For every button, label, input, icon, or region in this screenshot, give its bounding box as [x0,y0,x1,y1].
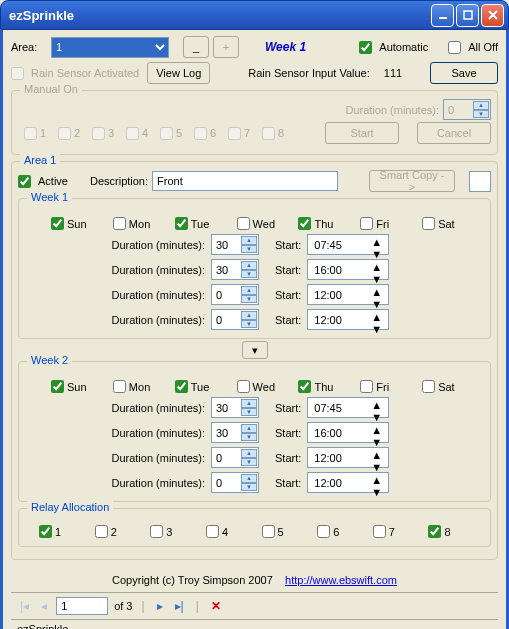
relay-checkbox-1[interactable] [39,525,52,538]
spin-up-icon[interactable]: ▲ [371,261,387,273]
rainsensor-checkbox[interactable] [11,67,24,80]
week2-start-time-1[interactable]: ▲▼ [307,422,389,443]
week2-duration-spin-2[interactable]: ▲▼ [211,447,259,468]
start-input[interactable] [312,288,362,302]
relay-checkbox-2[interactable] [95,525,108,538]
relay-checkbox-3[interactable] [150,525,163,538]
spin-up-icon[interactable]: ▲ [241,311,257,320]
spin-up-icon[interactable]: ▲ [241,424,257,433]
duration-input[interactable] [214,263,240,277]
spin-down-icon[interactable]: ▼ [371,323,387,335]
duration-input[interactable] [214,426,240,440]
week2-day-tue-checkbox[interactable] [175,380,188,393]
week1-start-time-1[interactable]: ▲▼ [307,259,389,280]
spin-up-icon[interactable]: ▲ [241,474,257,483]
spin-up-icon[interactable]: ▲ [241,236,257,245]
maximize-button[interactable] [456,4,479,27]
relay-checkbox-4[interactable] [206,525,219,538]
start-input[interactable] [312,263,362,277]
spin-down-icon[interactable]: ▼ [241,408,257,417]
smartcopy-target-box[interactable] [469,171,491,192]
nav-last-button[interactable]: ▸| [172,599,187,613]
week1-day-mon-checkbox[interactable] [113,217,126,230]
spin-down-icon[interactable]: ▼ [241,483,257,492]
spin-up-icon[interactable]: ▲ [371,474,387,486]
week2-start-time-3[interactable]: ▲▼ [307,472,389,493]
relay-checkbox-8[interactable] [428,525,441,538]
alloff-checkbox[interactable] [448,41,461,54]
week2-day-mon-checkbox[interactable] [113,380,126,393]
start-input[interactable] [312,426,362,440]
week2-day-sat-checkbox[interactable] [422,380,435,393]
week1-day-thu-checkbox[interactable] [298,217,311,230]
duration-input[interactable] [214,288,240,302]
minus-button[interactable]: _ [183,36,209,58]
area-select[interactable]: 1 [51,37,169,58]
nav-position-input[interactable] [56,597,108,615]
duration-input[interactable] [214,313,240,327]
spin-up-icon[interactable]: ▲ [241,286,257,295]
nav-first-button[interactable]: |◂ [17,599,32,613]
spin-up-icon[interactable]: ▲ [371,424,387,436]
automatic-checkbox[interactable] [359,41,372,54]
week2-duration-spin-3[interactable]: ▲▼ [211,472,259,493]
nav-delete-button[interactable]: ✕ [208,599,224,613]
start-input[interactable] [312,451,362,465]
week1-day-tue-checkbox[interactable] [175,217,188,230]
description-input[interactable] [152,171,338,191]
week2-start-time-2[interactable]: ▲▼ [307,447,389,468]
spin-up-icon[interactable]: ▲ [371,311,387,323]
week2-day-thu-checkbox[interactable] [298,380,311,393]
week2-duration-spin-0[interactable]: ▲▼ [211,397,259,418]
week1-day-sat-checkbox[interactable] [422,217,435,230]
week1-duration-spin-3[interactable]: ▲▼ [211,309,259,330]
week2-day-wed-checkbox[interactable] [237,380,250,393]
spin-up-icon[interactable]: ▲ [371,399,387,411]
week2-start-time-0[interactable]: ▲▼ [307,397,389,418]
start-input[interactable] [312,476,362,490]
relay-checkbox-7[interactable] [373,525,386,538]
week2-day-sun-checkbox[interactable] [51,380,64,393]
week1-day-fri-checkbox[interactable] [360,217,373,230]
week1-duration-spin-2[interactable]: ▲▼ [211,284,259,305]
start-input[interactable] [312,238,362,252]
spin-up-icon[interactable]: ▲ [371,236,387,248]
week1-duration-spin-1[interactable]: ▲▼ [211,259,259,280]
spin-down-icon[interactable]: ▼ [241,295,257,304]
week1-start-time-2[interactable]: ▲▼ [307,284,389,305]
save-button[interactable]: Save [430,62,498,84]
week2-day-fri-checkbox[interactable] [360,380,373,393]
spin-down-icon[interactable]: ▼ [241,458,257,467]
collapse-toggle-button[interactable]: ▾ [242,341,268,359]
spin-down-icon[interactable]: ▼ [371,486,387,498]
relay-checkbox-5[interactable] [262,525,275,538]
plus-button[interactable]: + [213,36,239,58]
duration-input[interactable] [214,238,240,252]
manual-start-button[interactable]: Start [325,122,399,144]
manual-cancel-button[interactable]: Cancel [417,122,491,144]
nav-prev-button[interactable]: ◂ [38,599,50,613]
week1-duration-spin-0[interactable]: ▲▼ [211,234,259,255]
spin-down-icon[interactable]: ▼ [241,433,257,442]
smartcopy-button[interactable]: Smart Copy -> [369,170,455,192]
spin-up-icon[interactable]: ▲ [371,449,387,461]
start-input[interactable] [312,401,362,415]
minimize-button[interactable] [431,4,454,27]
duration-input[interactable] [214,476,240,490]
nav-next-button[interactable]: ▸ [154,599,166,613]
active-checkbox[interactable] [18,175,31,188]
website-link[interactable]: http://www.ebswift.com [285,574,397,586]
week1-start-time-3[interactable]: ▲▼ [307,309,389,330]
close-button[interactable] [481,4,504,27]
relay-checkbox-6[interactable] [317,525,330,538]
duration-input[interactable] [214,401,240,415]
spin-up-icon[interactable]: ▲ [241,399,257,408]
week2-duration-spin-1[interactable]: ▲▼ [211,422,259,443]
start-input[interactable] [312,313,362,327]
spin-up-icon[interactable]: ▲ [241,449,257,458]
spin-up-icon[interactable]: ▲ [371,286,387,298]
duration-input[interactable] [214,451,240,465]
viewlog-button[interactable]: View Log [147,62,210,84]
spin-down-icon[interactable]: ▼ [241,270,257,279]
week1-day-sun-checkbox[interactable] [51,217,64,230]
